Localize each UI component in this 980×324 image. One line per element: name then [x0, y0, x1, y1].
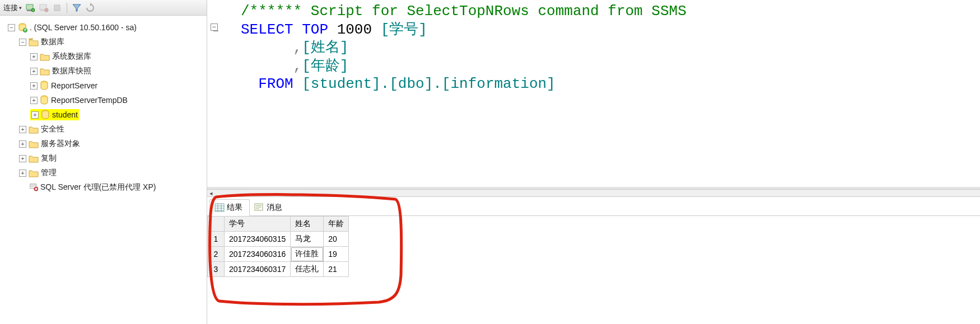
- folder-icon: [29, 169, 39, 177]
- table-row[interactable]: 1 2017234060315 马龙 20: [208, 232, 349, 247]
- expand-toggle[interactable]: +: [19, 170, 26, 177]
- results-tabs: 结果 消息: [207, 197, 980, 216]
- tree-db-snapshots-node[interactable]: + 数据库快照: [2, 64, 204, 78]
- results-pane: 结果 消息 学号 姓名 年龄 1 20172340: [207, 197, 980, 277]
- connect-label[interactable]: 连接: [3, 3, 18, 13]
- database-icon: [41, 110, 50, 120]
- table-row[interactable]: 2 2017234060316 许佳胜 19: [208, 247, 349, 262]
- grid-header-col3[interactable]: 年龄: [324, 217, 349, 232]
- table-row[interactable]: 3 2017234060317 任志礼 21: [208, 262, 349, 277]
- cell[interactable]: 任志礼: [291, 262, 324, 277]
- horizontal-scrollbar[interactable]: ◂: [207, 189, 980, 197]
- database-icon: [40, 81, 49, 91]
- expand-toggle[interactable]: −: [19, 39, 26, 46]
- cell[interactable]: 2017234060315: [225, 232, 291, 247]
- grid-icon: [214, 203, 225, 212]
- scroll-left-icon[interactable]: ◂: [209, 190, 213, 197]
- tree-reportserver-node[interactable]: + ReportServer: [2, 78, 204, 93]
- svg-rect-6: [54, 5, 60, 11]
- database-icon: [40, 95, 49, 105]
- svg-point-8: [24, 29, 27, 32]
- sql-from-kw: FROM: [241, 76, 293, 92]
- sql-comma2: ,: [241, 58, 302, 74]
- expand-toggle[interactable]: −: [8, 24, 15, 31]
- filter-icon[interactable]: [72, 3, 82, 13]
- row-number[interactable]: 3: [208, 262, 225, 277]
- sql-editor[interactable]: − /****** Script for SelectTopNRows comm…: [207, 0, 980, 189]
- messages-icon: [254, 203, 264, 212]
- object-explorer-tree[interactable]: − . (SQL Server 10.50.1600 - sa) − 数据库 +: [0, 16, 207, 199]
- cell-selected[interactable]: 许佳胜: [291, 247, 324, 262]
- sql-select-kw: SELECT: [241, 21, 293, 38]
- expand-toggle[interactable]: +: [19, 126, 26, 133]
- svg-point-5: [45, 8, 48, 12]
- expand-toggle[interactable]: +: [31, 111, 39, 119]
- expand-toggle[interactable]: +: [19, 140, 26, 148]
- cell[interactable]: 19: [324, 247, 349, 262]
- sql-col3: [年龄]: [302, 58, 348, 74]
- sql-agent-icon: [29, 182, 38, 192]
- svg-point-2: [31, 8, 35, 12]
- folder-icon: [40, 67, 50, 76]
- disconnect-server-icon[interactable]: [39, 3, 49, 13]
- fold-toggle[interactable]: −: [211, 24, 218, 31]
- expand-toggle[interactable]: +: [30, 68, 38, 75]
- expand-toggle[interactable]: +: [30, 82, 38, 90]
- tree-system-databases-node[interactable]: + 系统数据库: [2, 49, 204, 64]
- object-explorer-panel: 连接 ▾ −: [0, 0, 207, 324]
- refresh-icon[interactable]: [85, 3, 95, 13]
- folder-icon: [40, 53, 50, 61]
- sql-col1: [学号]: [381, 21, 427, 38]
- cell[interactable]: 2017234060316: [225, 247, 291, 262]
- grid-corner[interactable]: [208, 217, 225, 232]
- folder-icon: [29, 140, 39, 148]
- tree-server-objects-node[interactable]: + 服务器对象: [2, 137, 204, 151]
- tree-reportserver-label: ReportServer: [51, 81, 97, 90]
- connect-server-icon[interactable]: [25, 3, 35, 13]
- tree-management-label: 管理: [41, 168, 57, 178]
- sql-table: [student].[dbo].[information]: [293, 76, 556, 92]
- cell[interactable]: 21: [324, 262, 349, 277]
- tree-student-label: student: [52, 110, 78, 119]
- tree-system-databases-label: 系统数据库: [52, 51, 91, 62]
- grid-header-col1[interactable]: 学号: [225, 217, 291, 232]
- expand-toggle[interactable]: +: [19, 155, 26, 162]
- tree-server-label: . (SQL Server 10.50.1600 - sa): [30, 23, 137, 32]
- tab-results-label: 结果: [227, 203, 242, 213]
- tree-server-objects-label: 服务器对象: [41, 139, 80, 149]
- expand-toggle[interactable]: +: [30, 53, 38, 60]
- tree-databases-node[interactable]: − 数据库: [2, 35, 204, 49]
- tab-messages[interactable]: 消息: [250, 200, 289, 215]
- cell[interactable]: 2017234060317: [225, 262, 291, 277]
- cell[interactable]: 马龙: [291, 232, 324, 247]
- tree-replication-node[interactable]: + 复制: [2, 151, 204, 166]
- tab-results[interactable]: 结果: [209, 199, 250, 216]
- tree-reportservertemp-node[interactable]: + ReportServerTempDB: [2, 93, 204, 107]
- tree-databases-label: 数据库: [41, 37, 64, 47]
- cell[interactable]: 20: [324, 232, 349, 247]
- folder-icon: [29, 154, 39, 163]
- tree-student-node[interactable]: + student: [2, 107, 204, 122]
- grid-header-row: 学号 姓名 年龄: [208, 217, 349, 232]
- row-number[interactable]: 2: [208, 247, 225, 262]
- grid-header-col2[interactable]: 姓名: [291, 217, 324, 232]
- row-number[interactable]: 1: [208, 232, 225, 247]
- tree-replication-label: 复制: [41, 153, 57, 163]
- sql-comma1: ,: [241, 39, 302, 56]
- stop-icon[interactable]: [52, 3, 62, 13]
- sql-top-n: 1000: [328, 21, 381, 38]
- tree-management-node[interactable]: + 管理: [2, 166, 204, 180]
- tree-security-node[interactable]: + 安全性: [2, 122, 204, 137]
- tree-server-node[interactable]: − . (SQL Server 10.50.1600 - sa): [2, 20, 204, 35]
- editor-results-panel: − /****** Script for SelectTopNRows comm…: [207, 0, 980, 324]
- sql-comment: /****** Script for SelectTopNRows comman…: [241, 3, 687, 20]
- sql-col2: [姓名]: [302, 39, 348, 56]
- object-explorer-toolbar: 连接 ▾: [0, 0, 207, 16]
- tree-sql-agent-node[interactable]: SQL Server 代理(已禁用代理 XP): [2, 180, 204, 195]
- results-grid[interactable]: 学号 姓名 年龄 1 2017234060315 马龙 20 2 2017234…: [207, 216, 349, 277]
- connect-dropdown-icon[interactable]: ▾: [19, 5, 22, 11]
- tree-sql-agent-label: SQL Server 代理(已禁用代理 XP): [40, 182, 156, 192]
- expand-toggle[interactable]: +: [30, 97, 38, 104]
- tab-messages-label: 消息: [267, 203, 282, 213]
- folder-icon: [29, 38, 39, 46]
